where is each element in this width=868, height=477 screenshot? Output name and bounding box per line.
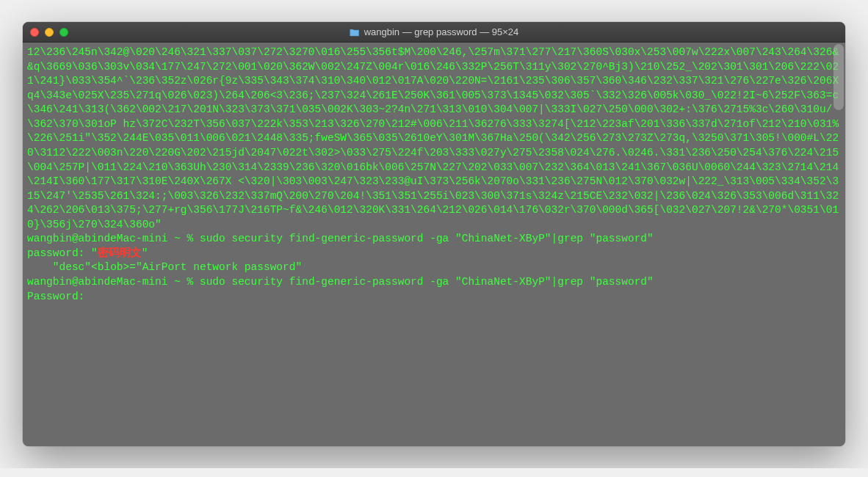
- command-1: sudo security find-generic-password -ga …: [200, 233, 654, 244]
- scrollbar-thumb[interactable]: [833, 44, 844, 110]
- window-title-container: wangbin — grep password — 95×24: [350, 26, 519, 37]
- prompt-user: wangbin@abindeMac-mini ~ %: [27, 233, 200, 244]
- folder-icon: [350, 28, 360, 37]
- close-button[interactable]: [30, 28, 39, 37]
- maximize-button[interactable]: [59, 28, 68, 37]
- terminal-window: wangbin — grep password — 95×24 12\236\2…: [23, 22, 845, 446]
- command-2: sudo security find-generic-password -ga …: [200, 276, 654, 288]
- sudo-password-prompt: Password:: [27, 290, 841, 305]
- title-bar[interactable]: wangbin — grep password — 95×24: [23, 22, 845, 43]
- window-title: wangbin — grep password — 95×24: [364, 26, 519, 37]
- scrollbar-track[interactable]: [833, 44, 844, 445]
- binary-output: 12\236\245n\342@\020\246\321\337\037\272…: [27, 45, 841, 232]
- desc-line: "desc"<blob>="AirPort network password": [27, 261, 841, 275]
- traffic-lights: [30, 28, 68, 37]
- prompt-user-2: wangbin@abindeMac-mini ~ %: [27, 276, 200, 288]
- password-plaintext: 密码明文: [98, 247, 142, 259]
- password-quote-close: ": [142, 247, 148, 259]
- minimize-button[interactable]: [45, 28, 54, 37]
- terminal-body[interactable]: 12\236\245n\342@\020\246\321\337\037\272…: [23, 43, 845, 446]
- prompt-line-2: wangbin@abindeMac-mini ~ % sudo security…: [27, 275, 841, 290]
- password-output-line: password: "密码明文": [27, 247, 841, 261]
- password-label: password: ": [27, 247, 98, 259]
- prompt-line-1: wangbin@abindeMac-mini ~ % sudo security…: [27, 232, 841, 247]
